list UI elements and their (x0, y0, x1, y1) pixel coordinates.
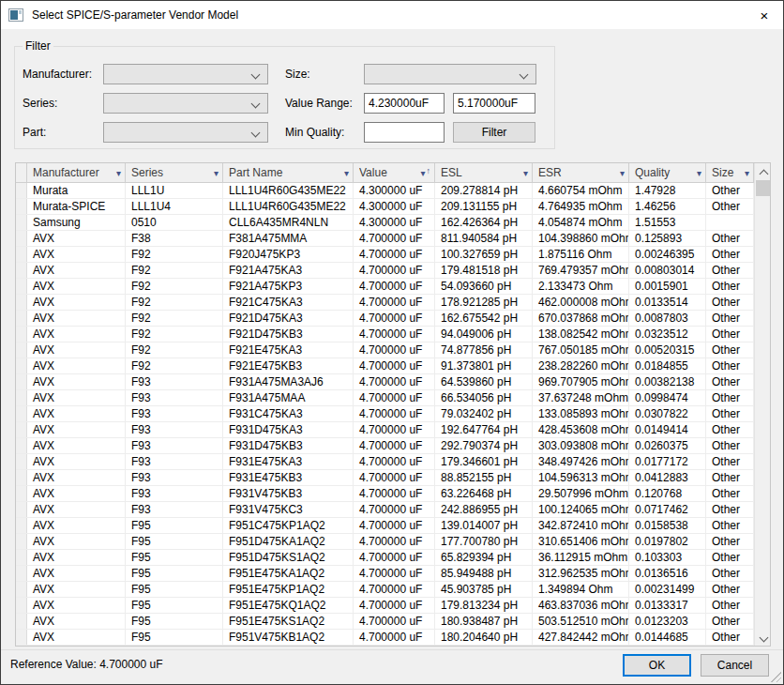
part-select[interactable] (103, 122, 268, 143)
scroll-up-button[interactable] (755, 163, 771, 179)
table-row[interactable]: AVXF92F921E475KA34.700000 uF74.877856 pH… (16, 342, 754, 358)
cell-esr: 104.398860 mOhm (533, 231, 629, 246)
table-row[interactable]: AVXF93F931D475KA34.700000 uF192.647764 p… (16, 422, 754, 438)
cell-part-name: F931C475KA3 (223, 406, 354, 421)
cell-manufacturer: AVX (27, 295, 126, 310)
column-header-quality[interactable]: Quality▾ (629, 163, 706, 182)
filter-dropdown-icon[interactable]: ▾ (523, 168, 528, 178)
table-row[interactable]: AVXF92F921E475KB34.700000 uF91.373801 pH… (16, 358, 754, 374)
table-row[interactable]: AVXF92F921A475KP34.700000 uF54.093660 pH… (16, 279, 754, 295)
table-row[interactable]: AVXF93F931E475KB34.700000 uF88.852155 pH… (16, 470, 754, 486)
cell-manufacturer: AVX (27, 279, 126, 294)
row-indicator-cell (16, 390, 27, 405)
table-row[interactable]: AVXF95F951V475KB1AQ24.700000 uF180.20464… (16, 630, 754, 646)
cell-esr: 36.112915 mOhm (533, 550, 629, 565)
manufacturer-label: Manufacturer: (23, 64, 92, 84)
column-header-part-name[interactable]: Part Name▾ (223, 163, 354, 182)
cell-manufacturer: AVX (27, 406, 126, 421)
close-button[interactable]: × (746, 1, 783, 29)
table-body: MurataLLL1ULLL1U4R60G435ME224.300000 uF2… (16, 183, 754, 646)
cell-value: 4.700000 uF (354, 614, 435, 629)
value-range-min-input[interactable] (364, 93, 445, 114)
scroll-down-button[interactable] (755, 630, 771, 646)
cancel-button[interactable]: Cancel (701, 654, 769, 677)
min-quality-label: Min Quality: (285, 122, 344, 143)
table-row[interactable]: AVXF92F921A475KA34.700000 uF179.481518 p… (16, 263, 754, 279)
cell-part-name: F931E475KA3 (223, 454, 354, 469)
cell-esl: 63.226468 pH (435, 486, 533, 501)
table-row[interactable]: AVXF93F931A475MAA4.700000 uF66.534056 pH… (16, 390, 754, 406)
table-row[interactable]: AVXF38F381A475MMA4.700000 uF811.940584 p… (16, 231, 754, 247)
filter-dropdown-icon[interactable]: ▾ (344, 168, 349, 178)
table-row[interactable]: AVXF95F951E475KQ1AQ24.700000 uF179.81323… (16, 598, 754, 614)
cell-esr: 767.050185 mOhm (533, 342, 629, 358)
column-header-esr[interactable]: ESR▾ (533, 163, 629, 182)
cell-quality: 0.0184855 (629, 358, 706, 373)
table-row[interactable]: AVXF93F931D475KB34.700000 uF292.790374 p… (16, 438, 754, 454)
cell-value: 4.700000 uF (354, 438, 435, 453)
row-indicator-cell (16, 215, 27, 230)
column-header-manufacturer[interactable]: Manufacturer▾ (27, 163, 126, 182)
column-header-series[interactable]: Series▾ (126, 163, 223, 182)
table-row[interactable]: AVXF92F921D475KA34.700000 uF162.675542 p… (16, 311, 754, 327)
cell-esl: 94.049006 pH (435, 327, 533, 342)
resize-grip[interactable] (769, 670, 781, 682)
table-row[interactable]: AVXF93F931V475KB34.700000 uF63.226468 pH… (16, 486, 754, 502)
filter-dropdown-icon[interactable]: ▾ (697, 168, 701, 178)
table-row[interactable]: AVXF95F951E475KP1AQ24.700000 uF45.903785… (16, 582, 754, 598)
series-select[interactable] (103, 93, 268, 114)
filter-dropdown-icon[interactable]: ▾ (745, 168, 749, 178)
column-header-size[interactable]: Size▾ (706, 163, 754, 182)
cell-esr: 310.651406 mOhm (533, 534, 629, 549)
vertical-scrollbar[interactable] (754, 163, 770, 646)
table-row[interactable]: AVXF92F920J475KP34.700000 uF100.327659 p… (16, 247, 754, 263)
cell-quality: 0.0149414 (629, 422, 706, 437)
cell-esr: 427.842442 mOhm (533, 630, 629, 645)
filter-dropdown-icon[interactable]: ▾ (420, 168, 425, 178)
table-row[interactable]: Murata-SPICELLL1U4LLL1U4R60G435ME224.300… (16, 199, 754, 215)
table-row[interactable]: AVXF92F921C475KA34.700000 uF178.921285 p… (16, 295, 754, 311)
column-header-esl[interactable]: ESL▾ (435, 163, 533, 182)
cell-size: Other (706, 630, 754, 645)
table-row[interactable]: AVXF93F931V475KC34.700000 uF242.886955 p… (16, 502, 754, 518)
dialog-window: Select SPICE/S-parameter Vendor Model × … (0, 0, 784, 685)
cell-value: 4.300000 uF (354, 199, 435, 214)
cell-value: 4.700000 uF (354, 231, 435, 246)
cell-manufacturer: Murata-SPICE (27, 199, 126, 214)
table-row[interactable]: AVXF93F931A475MA3AJ64.700000 uF64.539860… (16, 374, 754, 390)
cell-part-name: F951E475KQ1AQ2 (223, 598, 354, 613)
cell-quality: 0.0197802 (629, 534, 706, 549)
value-range-max-input[interactable] (453, 93, 535, 114)
cell-part-name: F931V475KC3 (223, 502, 354, 517)
scrollbar-thumb[interactable] (756, 180, 770, 196)
table-row[interactable]: AVXF95F951E475KA1AQ24.700000 uF85.949488… (16, 566, 754, 582)
column-header-value[interactable]: Value▾↑ (354, 163, 435, 182)
row-indicator-cell (16, 358, 27, 373)
size-select[interactable] (364, 64, 536, 84)
table-row[interactable]: AVXF95F951C475KP1AQ24.700000 uF139.01400… (16, 518, 754, 534)
row-indicator-cell (16, 422, 27, 437)
table-row[interactable]: AVXF95F951E475KS1AQ24.700000 uF180.93848… (16, 614, 754, 630)
row-indicator-cell (16, 454, 27, 469)
table-row[interactable]: Samsung0510CLL6A435MR4NLN4.300000 uF162.… (16, 215, 754, 231)
cell-manufacturer: AVX (27, 263, 126, 278)
cell-esl: 100.327659 pH (435, 247, 533, 262)
table-row[interactable]: MurataLLL1ULLL1U4R60G435ME224.300000 uF2… (16, 183, 754, 199)
table-row[interactable]: AVXF93F931E475KA34.700000 uF179.346601 p… (16, 454, 754, 470)
filter-dropdown-icon[interactable]: ▾ (214, 168, 219, 178)
row-indicator-cell (16, 550, 27, 565)
cell-part-name: F921D475KB3 (223, 327, 354, 342)
table-row[interactable]: AVXF95F951D475KS1AQ24.700000 uF65.829394… (16, 550, 754, 566)
table-row[interactable]: AVXF93F931C475KA34.700000 uF79.032402 pH… (16, 406, 754, 422)
manufacturer-select[interactable] (103, 64, 268, 84)
min-quality-input[interactable] (364, 122, 445, 143)
filter-dropdown-icon[interactable]: ▾ (620, 168, 625, 178)
cell-quality: 0.0158538 (629, 518, 706, 533)
cell-series: F93 (126, 390, 223, 405)
table-row[interactable]: AVXF92F921D475KB34.700000 uF94.049006 pH… (16, 327, 754, 342)
ok-button[interactable]: OK (623, 654, 691, 677)
cell-size: Other (706, 438, 754, 453)
table-row[interactable]: AVXF95F951D475KA1AQ24.700000 uF177.70078… (16, 534, 754, 550)
filter-button[interactable]: Filter (453, 122, 535, 143)
filter-dropdown-icon[interactable]: ▾ (116, 168, 121, 178)
